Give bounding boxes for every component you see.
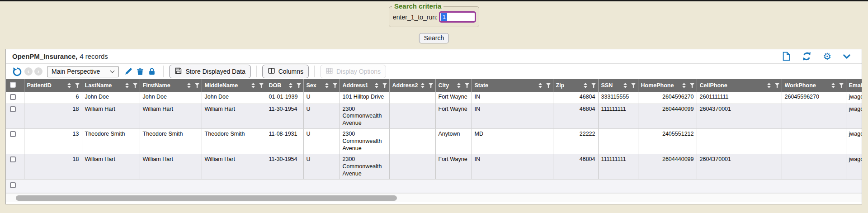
scrollbar-thumb[interactable] <box>16 195 397 201</box>
chevron-down-icon[interactable] <box>841 52 853 61</box>
sort-icon[interactable] <box>251 83 255 88</box>
row-checkbox-cell <box>6 129 24 154</box>
sort-icon[interactable] <box>125 83 129 88</box>
column-header-homephone[interactable]: HomePhone <box>638 79 697 92</box>
filter-icon[interactable] <box>465 83 470 88</box>
filter-icon[interactable] <box>839 83 844 88</box>
cell-dob: 11-08-1931 <box>266 129 303 154</box>
cell-city: Fort Wayne <box>435 92 472 104</box>
cell-address1: 2300 Commonwealth Avenue <box>340 104 389 129</box>
filter-icon[interactable] <box>775 83 780 88</box>
column-header-workphone[interactable]: WorkPhone <box>782 79 846 92</box>
filter-icon[interactable] <box>591 83 596 88</box>
cell-address1: 101 Hilltop Drive <box>340 92 389 104</box>
cell-email: jwagc <box>846 92 862 104</box>
row-checkbox[interactable] <box>10 156 16 162</box>
cell-workphone <box>782 129 846 154</box>
column-header-zip[interactable]: Zip <box>553 79 598 92</box>
sort-icon[interactable] <box>375 83 378 88</box>
column-header-address1[interactable]: Address1 <box>340 79 389 92</box>
column-header-dob[interactable]: DOB <box>266 79 303 92</box>
column-header-lastname[interactable]: LastName <box>82 79 140 92</box>
column-header-ssn[interactable]: SSN <box>598 79 638 92</box>
cell-state: IN <box>472 154 553 180</box>
column-header-middlename[interactable]: MiddleName <box>202 79 266 92</box>
sort-icon[interactable] <box>457 83 461 88</box>
sort-icon[interactable] <box>682 83 686 88</box>
sort-icon[interactable] <box>421 83 425 88</box>
column-header-sex[interactable]: Sex <box>303 79 340 92</box>
columns-button[interactable]: Columns <box>262 65 309 78</box>
cell-zip: 22222 <box>553 129 598 154</box>
cell-ssn: 333115555 <box>598 92 638 104</box>
sort-icon[interactable] <box>831 83 835 88</box>
record-count: 4 records <box>80 52 108 60</box>
cell-homephone: 2604440099 <box>638 154 697 180</box>
cell-firstname: William Hart <box>140 104 202 129</box>
cell-ssn: 111111111 <box>598 104 638 129</box>
perspective-selected-value: Main Perspective <box>52 68 100 75</box>
cell-city: Fort Wayne <box>435 104 472 129</box>
nav-forward-button[interactable]: › <box>34 67 42 76</box>
cell-lastname: William Hart <box>82 104 140 129</box>
select-all-checkbox[interactable] <box>6 79 24 92</box>
cell-cellphone: 2604370001 <box>697 154 782 180</box>
row-checkbox[interactable] <box>10 131 16 137</box>
panel-title: OpenPM_Insurance, <box>12 52 77 60</box>
toolbar-divider <box>256 66 257 77</box>
cell-ssn: 111111111 <box>598 154 638 180</box>
filter-icon[interactable] <box>75 83 80 88</box>
column-header-state[interactable]: State <box>472 79 553 92</box>
nav-back-button[interactable]: ‹ <box>24 67 33 76</box>
sort-icon[interactable] <box>187 83 191 88</box>
sort-icon[interactable] <box>67 83 71 88</box>
undo-icon[interactable] <box>10 67 24 76</box>
sort-icon[interactable] <box>289 83 292 88</box>
column-header-firstname[interactable]: FirstName <box>140 79 202 92</box>
filter-icon[interactable] <box>195 83 200 88</box>
row-checkbox[interactable] <box>10 106 16 112</box>
column-header-patientid[interactable]: PatientID <box>24 79 82 92</box>
column-header-cellphone[interactable]: CellPhone <box>697 79 782 92</box>
new-row <box>6 180 862 193</box>
filter-icon[interactable] <box>546 83 551 88</box>
pencil-icon[interactable] <box>123 67 134 76</box>
refresh-icon[interactable] <box>800 52 813 61</box>
filter-icon[interactable] <box>631 83 636 88</box>
column-header-city[interactable]: City <box>435 79 472 92</box>
gear-icon[interactable]: ⚙ <box>821 52 833 61</box>
sort-icon[interactable] <box>538 83 542 88</box>
perspective-select[interactable]: Main Perspective <box>47 66 119 77</box>
toolbar-divider <box>314 66 315 77</box>
filter-icon[interactable] <box>429 83 434 88</box>
cell-email: jwagc <box>846 154 862 180</box>
column-header-address2[interactable]: Address2 <box>389 79 435 92</box>
cell-homephone: 2604440099 <box>638 104 697 129</box>
store-displayed-data-button[interactable]: Store Displayed Data <box>169 65 250 78</box>
data-table: PatientIDLastNameFirstNameMiddleNameDOBS… <box>6 79 862 180</box>
row-checkbox[interactable] <box>10 94 16 100</box>
trash-icon[interactable] <box>134 67 146 76</box>
filter-icon[interactable] <box>382 83 387 88</box>
cell-email: jwagc <box>846 129 862 154</box>
new-row-checkbox[interactable] <box>10 182 16 188</box>
enter-1-to-run-input[interactable]: 1 <box>439 11 476 23</box>
sort-icon[interactable] <box>623 83 627 88</box>
horizontal-scrollbar[interactable] <box>6 193 862 202</box>
sort-icon[interactable] <box>767 83 771 88</box>
table-row: 6John DoeJohn DoeJohn Doe01-01-1939U101 … <box>6 92 862 104</box>
new-document-icon[interactable] <box>780 52 793 61</box>
filter-icon[interactable] <box>133 83 138 88</box>
filter-icon[interactable] <box>690 83 695 88</box>
sort-icon[interactable] <box>584 83 587 88</box>
column-header-email[interactable]: Email <box>846 79 862 92</box>
filter-icon[interactable] <box>297 83 302 88</box>
filter-icon[interactable] <box>333 83 338 88</box>
selected-input-text: 1 <box>441 13 447 21</box>
lock-icon[interactable] <box>146 67 158 76</box>
display-options-button: Display Options <box>320 65 386 78</box>
cell-workphone <box>782 154 846 180</box>
filter-icon[interactable] <box>259 83 264 88</box>
sort-icon[interactable] <box>325 83 329 88</box>
search-button[interactable]: Search <box>419 33 449 43</box>
